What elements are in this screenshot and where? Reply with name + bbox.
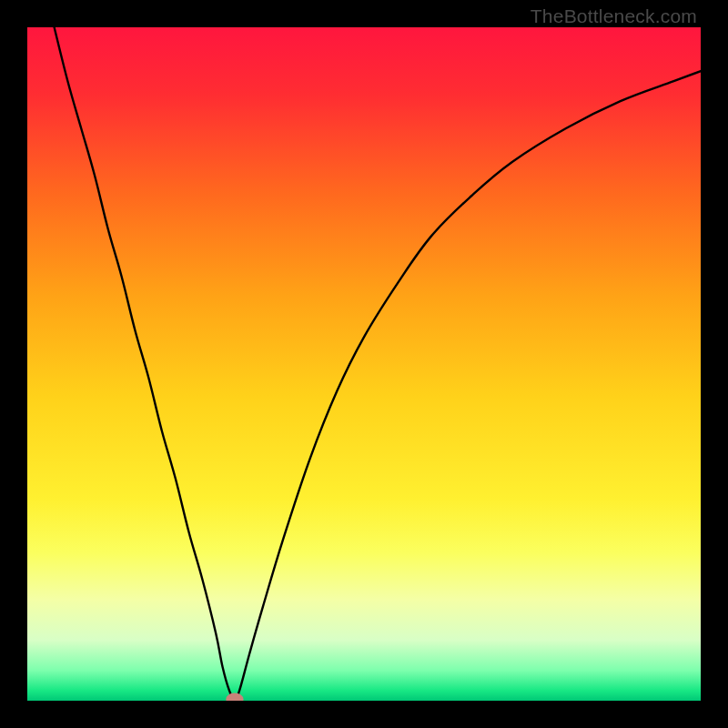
chart-background-gradient (27, 27, 701, 701)
bottleneck-chart (27, 27, 701, 701)
chart-frame (27, 27, 701, 701)
watermark-text: TheBottleneck.com (531, 5, 697, 27)
